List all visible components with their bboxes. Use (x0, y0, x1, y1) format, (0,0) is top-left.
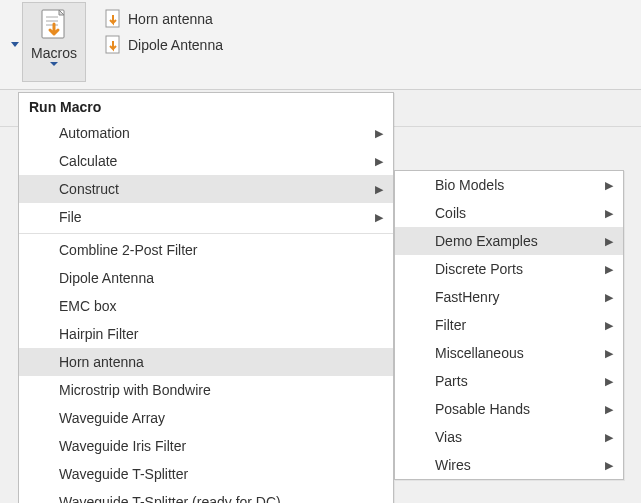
menu-item[interactable]: EMC box (19, 292, 393, 320)
submenu-arrow-icon: ▶ (605, 319, 613, 332)
menu-item-label: File (59, 209, 82, 225)
menu-item-label: Posable Hands (435, 401, 530, 417)
recent-macro-item[interactable]: Horn antenna (100, 6, 227, 32)
recent-macro-label: Horn antenna (128, 11, 213, 27)
menu-item[interactable]: Automation▶ (19, 119, 393, 147)
menu-item[interactable]: Filter▶ (395, 311, 623, 339)
macros-button-label: Macros (31, 45, 77, 61)
menu-separator (19, 233, 393, 234)
submenu-arrow-icon: ▶ (605, 291, 613, 304)
menu-item-label: Filter (435, 317, 466, 333)
menu-item-label: Hairpin Filter (59, 326, 138, 342)
ribbon-group-caret-icon[interactable] (8, 0, 22, 88)
menu-item[interactable]: Coils▶ (395, 199, 623, 227)
menu-item-label: Miscellaneous (435, 345, 524, 361)
menu-item-label: Waveguide T-Splitter (ready for DC) (59, 494, 281, 503)
menu-item-label: Automation (59, 125, 130, 141)
menu-item[interactable]: Waveguide Iris Filter (19, 432, 393, 460)
menu-item[interactable]: Construct▶ (19, 175, 393, 203)
macro-document-icon (38, 7, 70, 43)
submenu-arrow-icon: ▶ (605, 459, 613, 472)
menu-item-label: Combline 2-Post Filter (59, 242, 198, 258)
submenu-arrow-icon: ▶ (605, 375, 613, 388)
recent-macros-list: Horn antenna Dipole Antenna (100, 6, 227, 58)
menu-item[interactable]: Bio Models▶ (395, 171, 623, 199)
submenu-arrow-icon: ▶ (375, 127, 383, 140)
macro-small-icon (104, 35, 122, 55)
menu-item-label: Microstrip with Bondwire (59, 382, 211, 398)
menu-item-label: Horn antenna (59, 354, 144, 370)
menu-item-label: FastHenry (435, 289, 500, 305)
submenu-arrow-icon: ▶ (605, 347, 613, 360)
dropdown-caret-icon (50, 61, 58, 67)
macro-small-icon (104, 9, 122, 29)
menu-item[interactable]: Discrete Ports▶ (395, 255, 623, 283)
menu-item-label: Waveguide T-Splitter (59, 466, 188, 482)
submenu-arrow-icon: ▶ (605, 207, 613, 220)
menu-item[interactable]: Miscellaneous▶ (395, 339, 623, 367)
submenu-arrow-icon: ▶ (375, 211, 383, 224)
menu-item[interactable]: Vias▶ (395, 423, 623, 451)
menu-item-label: Waveguide Array (59, 410, 165, 426)
menu-item[interactable]: File▶ (19, 203, 393, 231)
menu-item-label: Construct (59, 181, 119, 197)
submenu-arrow-icon: ▶ (605, 263, 613, 276)
menu-item-label: EMC box (59, 298, 117, 314)
menu-item[interactable]: FastHenry▶ (395, 283, 623, 311)
menu-item-label: Wires (435, 457, 471, 473)
menu-item-label: Bio Models (435, 177, 504, 193)
menu-item[interactable]: Combline 2-Post Filter (19, 236, 393, 264)
menu-item[interactable]: Posable Hands▶ (395, 395, 623, 423)
menu-item[interactable]: Dipole Antenna (19, 264, 393, 292)
recent-macro-label: Dipole Antenna (128, 37, 223, 53)
menu-item[interactable]: Waveguide T-Splitter (ready for DC) (19, 488, 393, 503)
menu-item-label: Demo Examples (435, 233, 538, 249)
submenu-arrow-icon: ▶ (605, 235, 613, 248)
menu-title: Run Macro (19, 93, 393, 119)
menu-item[interactable]: Calculate▶ (19, 147, 393, 175)
submenu-arrow-icon: ▶ (375, 183, 383, 196)
menu-item[interactable]: Microstrip with Bondwire (19, 376, 393, 404)
menu-item-label: Coils (435, 205, 466, 221)
menu-item-label: Calculate (59, 153, 117, 169)
menu-item[interactable]: Hairpin Filter (19, 320, 393, 348)
submenu-arrow-icon: ▶ (605, 431, 613, 444)
menu-item-label: Waveguide Iris Filter (59, 438, 186, 454)
menu-item[interactable]: Waveguide Array (19, 404, 393, 432)
menu-item-label: Parts (435, 373, 468, 389)
menu-item[interactable]: Parts▶ (395, 367, 623, 395)
menu-item[interactable]: Wires▶ (395, 451, 623, 479)
menu-item[interactable]: Demo Examples▶ (395, 227, 623, 255)
ribbon-toolbar: Macros Horn antenna Dipole Antenna (0, 0, 641, 90)
run-macro-menu: Run Macro Automation▶Calculate▶Construct… (18, 92, 394, 503)
menu-item-label: Discrete Ports (435, 261, 523, 277)
macros-button[interactable]: Macros (22, 2, 86, 82)
menu-item[interactable]: Waveguide T-Splitter (19, 460, 393, 488)
menu-item-label: Dipole Antenna (59, 270, 154, 286)
submenu-arrow-icon: ▶ (605, 403, 613, 416)
submenu-arrow-icon: ▶ (375, 155, 383, 168)
recent-macro-item[interactable]: Dipole Antenna (100, 32, 227, 58)
construct-submenu: Bio Models▶Coils▶Demo Examples▶Discrete … (394, 170, 624, 480)
menu-item-label: Vias (435, 429, 462, 445)
submenu-arrow-icon: ▶ (605, 179, 613, 192)
menu-item[interactable]: Horn antenna (19, 348, 393, 376)
